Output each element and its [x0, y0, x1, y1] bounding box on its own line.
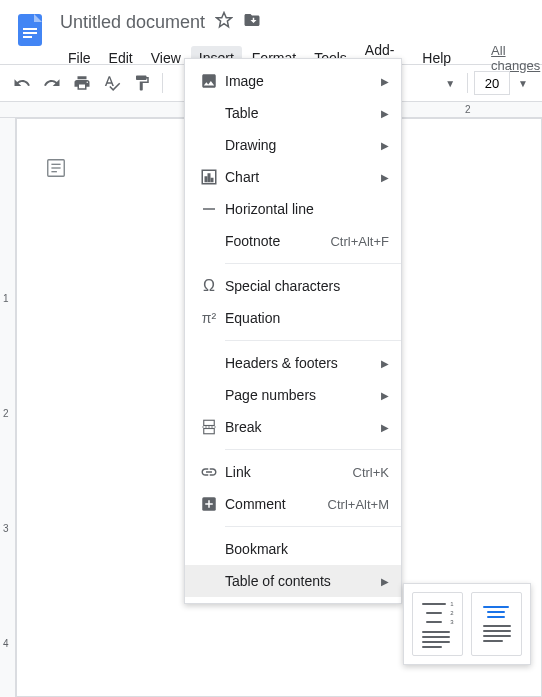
- menu-label: Bookmark: [221, 541, 389, 557]
- link-icon: [197, 463, 221, 481]
- menu-label: Table: [221, 105, 381, 121]
- undo-button[interactable]: [8, 69, 36, 97]
- separator: [162, 73, 163, 93]
- menu-bookmark[interactable]: Bookmark: [185, 533, 401, 565]
- menu-edit[interactable]: Edit: [101, 46, 141, 70]
- menu-page-numbers[interactable]: Page numbers ▶: [185, 379, 401, 411]
- menu-drawing[interactable]: Drawing ▶: [185, 129, 401, 161]
- paint-format-button[interactable]: [128, 69, 156, 97]
- image-icon: [197, 72, 221, 90]
- menu-file[interactable]: File: [60, 46, 99, 70]
- chart-icon: [197, 168, 221, 186]
- chevron-right-icon: ▶: [381, 172, 389, 183]
- chevron-right-icon: ▶: [381, 576, 389, 587]
- menu-image[interactable]: Image ▶: [185, 65, 401, 97]
- chevron-right-icon: ▶: [381, 358, 389, 369]
- menu-special-characters[interactable]: Ω Special characters: [185, 270, 401, 302]
- toc-preview-icon: [483, 606, 511, 642]
- menu-label: Horizontal line: [221, 201, 389, 217]
- comment-icon: [197, 495, 221, 513]
- divider: [225, 526, 401, 527]
- shortcut: Ctrl+K: [353, 465, 389, 480]
- menu-label: Equation: [221, 310, 389, 326]
- ruler-tick: 2: [465, 104, 471, 115]
- ruler-tick: 2: [3, 408, 9, 419]
- menu-label: Page numbers: [221, 387, 381, 403]
- svg-rect-14: [204, 429, 215, 434]
- menu-table-of-contents[interactable]: Table of contents ▶: [185, 565, 401, 597]
- move-to-folder-icon[interactable]: [243, 11, 261, 33]
- toc-with-page-numbers[interactable]: 1 2 3: [412, 592, 463, 656]
- svg-rect-9: [205, 177, 207, 182]
- chevron-right-icon: ▶: [381, 422, 389, 433]
- toc-preview-icon: 1 2 3: [422, 601, 454, 648]
- menu-label: Chart: [221, 169, 381, 185]
- menu-link[interactable]: Link Ctrl+K: [185, 456, 401, 488]
- toc-submenu: 1 2 3: [403, 583, 531, 665]
- print-button[interactable]: [68, 69, 96, 97]
- ruler-tick: 1: [3, 293, 9, 304]
- chevron-right-icon: ▶: [381, 390, 389, 401]
- menu-help[interactable]: Help: [414, 46, 459, 70]
- divider: [225, 263, 401, 264]
- break-icon: [197, 418, 221, 436]
- hline-icon: [197, 200, 221, 218]
- font-dropdown[interactable]: ▼: [439, 69, 461, 97]
- header: Untitled document File Edit View Insert …: [0, 0, 542, 64]
- chevron-right-icon: ▶: [381, 108, 389, 119]
- vertical-ruler[interactable]: 1 2 3 4: [0, 118, 16, 697]
- chevron-right-icon: ▶: [381, 76, 389, 87]
- shortcut: Ctrl+Alt+F: [330, 234, 389, 249]
- omega-icon: Ω: [197, 277, 221, 295]
- menu-horizontal-line[interactable]: Horizontal line: [185, 193, 401, 225]
- spellcheck-button[interactable]: [98, 69, 126, 97]
- menu-label: Link: [221, 464, 353, 480]
- menu-label: Comment: [221, 496, 328, 512]
- divider: [225, 340, 401, 341]
- pi-icon: π²: [197, 310, 221, 326]
- menu-table[interactable]: Table ▶: [185, 97, 401, 129]
- menu-label: Image: [221, 73, 381, 89]
- separator: [467, 73, 468, 93]
- shortcut: Ctrl+Alt+M: [328, 497, 389, 512]
- menu-label: Drawing: [221, 137, 381, 153]
- font-size-dropdown[interactable]: ▼: [512, 69, 534, 97]
- docs-logo[interactable]: [0, 8, 60, 48]
- divider: [225, 449, 401, 450]
- svg-rect-13: [204, 420, 215, 425]
- svg-rect-3: [23, 36, 32, 38]
- redo-button[interactable]: [38, 69, 66, 97]
- menu-label: Headers & footers: [221, 355, 381, 371]
- title-row: Untitled document: [60, 8, 542, 36]
- doc-title[interactable]: Untitled document: [60, 12, 205, 33]
- menu-comment[interactable]: Comment Ctrl+Alt+M: [185, 488, 401, 520]
- star-icon[interactable]: [215, 11, 233, 33]
- ruler-tick: 3: [3, 523, 9, 534]
- menu-label: Special characters: [221, 278, 389, 294]
- menu-label: Table of contents: [221, 573, 381, 589]
- insert-dropdown-menu: Image ▶ Table ▶ Drawing ▶ Chart ▶ Horizo…: [184, 58, 402, 604]
- outline-icon[interactable]: [45, 157, 67, 183]
- svg-rect-1: [23, 28, 37, 30]
- menu-label: Footnote: [221, 233, 330, 249]
- menu-equation[interactable]: π² Equation: [185, 302, 401, 334]
- menu-view[interactable]: View: [143, 46, 189, 70]
- font-size-input[interactable]: 20: [474, 71, 510, 95]
- menu-break[interactable]: Break ▶: [185, 411, 401, 443]
- svg-rect-11: [211, 179, 213, 182]
- menu-label: Break: [221, 419, 381, 435]
- toc-with-blue-links[interactable]: [471, 592, 522, 656]
- svg-rect-10: [208, 174, 210, 182]
- chevron-right-icon: ▶: [381, 140, 389, 151]
- ruler-tick: 4: [3, 638, 9, 649]
- svg-rect-2: [23, 32, 37, 34]
- menu-headers-footers[interactable]: Headers & footers ▶: [185, 347, 401, 379]
- menu-chart[interactable]: Chart ▶: [185, 161, 401, 193]
- menu-footnote[interactable]: Footnote Ctrl+Alt+F: [185, 225, 401, 257]
